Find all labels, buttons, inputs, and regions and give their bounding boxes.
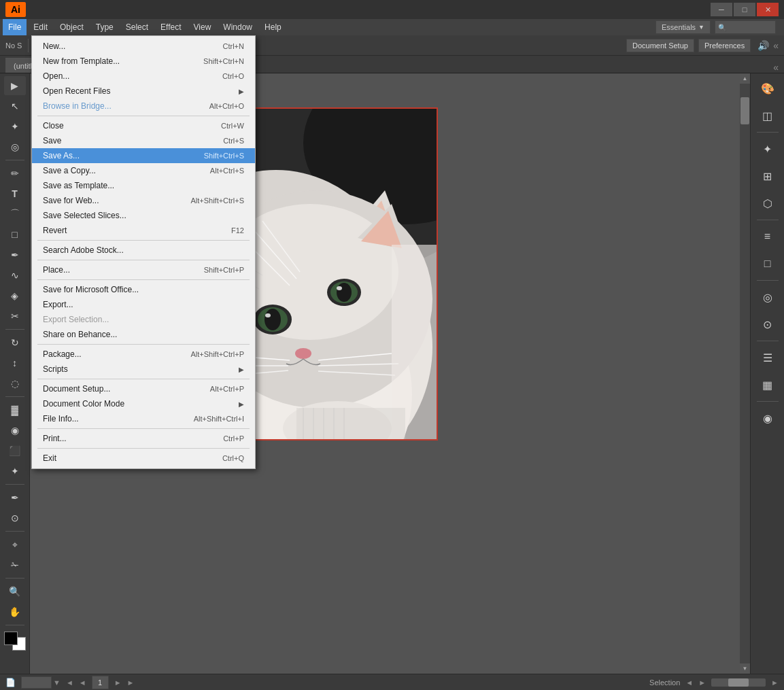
scale-tool-button[interactable]: ↕: [4, 353, 26, 373]
transform-panel-button[interactable]: □: [755, 252, 780, 276]
menu-item-package[interactable]: Package... Alt+Shift+Ctrl+P: [32, 347, 255, 362]
vertical-scrollbar[interactable]: ▲ ▼: [740, 73, 750, 674]
panel-collapse-icon[interactable]: «: [773, 62, 779, 73]
lasso-tool-button[interactable]: ◎: [4, 137, 26, 156]
search-box[interactable]: 🔍: [715, 20, 776, 34]
color-panel-button[interactable]: 🎨: [755, 76, 780, 101]
type-tool-button[interactable]: T: [4, 184, 26, 203]
layers-panel-button[interactable]: ◫: [755, 103, 780, 128]
graphic-styles-panel-button[interactable]: ⊙: [755, 312, 780, 337]
menu-object[interactable]: Object: [54, 19, 89, 35]
magic-wand-tool-button[interactable]: ✦: [4, 117, 26, 136]
menu-item-close[interactable]: Close Ctrl+W: [32, 118, 255, 133]
menu-item-save-as[interactable]: Save As... Shift+Ctrl+S: [32, 148, 255, 163]
menu-type[interactable]: Type: [90, 19, 119, 35]
menu-item-save-web[interactable]: Save for Web... Alt+Shift+Ctrl+S: [32, 193, 255, 208]
menu-item-share-behance[interactable]: Share on Behance...: [32, 327, 255, 342]
scissors-tool-button[interactable]: ✂: [4, 307, 26, 326]
eyedropper-tool-button[interactable]: ✒: [4, 488, 26, 507]
scroll-thumb[interactable]: [740, 97, 749, 124]
slice-tool-button[interactable]: ✁: [4, 555, 26, 574]
warp-tool-button[interactable]: ◌: [4, 374, 26, 393]
close-button[interactable]: ✕: [757, 3, 779, 16]
menu-item-browse-bridge[interactable]: Browse in Bridge... Alt+Ctrl+O: [32, 99, 255, 114]
appearance-panel-button[interactable]: ◎: [755, 285, 780, 309]
zoom-input[interactable]: 100%: [21, 676, 52, 689]
foreground-color-box[interactable]: [4, 632, 18, 645]
status-arrow-left[interactable]: ◄: [685, 678, 693, 687]
menu-file[interactable]: File: [3, 19, 27, 35]
panel-toggle-icon[interactable]: «: [773, 40, 779, 51]
zoom-dropdown-icon[interactable]: ▼: [53, 678, 61, 687]
brushes-panel-button[interactable]: ⊞: [755, 164, 780, 188]
align-panel-button[interactable]: ☰: [755, 345, 780, 370]
symbols-panel-button[interactable]: ✦: [755, 137, 780, 161]
essentials-dropdown[interactable]: Essentials ▼: [655, 20, 711, 34]
status-arrow-right[interactable]: ►: [698, 678, 706, 687]
menu-item-document-setup[interactable]: Document Setup... Alt+Ctrl+P: [32, 381, 255, 396]
scroll-down-button[interactable]: ▼: [740, 663, 750, 674]
mesh-tool-button[interactable]: ◉: [4, 421, 26, 440]
menu-item-place[interactable]: Place... Shift+Ctrl+P: [32, 262, 255, 277]
menu-item-save-template[interactable]: Save as Template...: [32, 178, 255, 193]
menu-item-share-behance-label: Share on Behance...: [43, 330, 117, 339]
direct-selection-tool-button[interactable]: ↖: [4, 97, 26, 116]
page-number-input[interactable]: 1: [92, 676, 109, 689]
next-page-arrow[interactable]: ►: [114, 678, 122, 687]
workspace-icon[interactable]: 🔊: [757, 40, 769, 51]
menu-item-save[interactable]: Save Ctrl+S: [32, 133, 255, 148]
hand-tool-button[interactable]: ✋: [4, 602, 26, 621]
menu-item-save-msoffice[interactable]: Save for Microsoft Office...: [32, 282, 255, 297]
menu-item-exit[interactable]: Exit Ctrl+Q: [32, 451, 255, 466]
preferences-button[interactable]: Preferences: [698, 39, 751, 52]
gradient-tool-button[interactable]: ▓: [4, 400, 26, 419]
maximize-button[interactable]: □: [734, 3, 755, 16]
live-paint-tool-button[interactable]: ✦: [4, 462, 26, 481]
paragraph-panel-button[interactable]: ≡: [755, 224, 780, 249]
eraser-tool-button[interactable]: ◈: [4, 286, 26, 305]
menu-help[interactable]: Help: [259, 19, 287, 35]
pencil-tool-button[interactable]: ∿: [4, 266, 26, 285]
pen-tool-button[interactable]: ✏: [4, 164, 26, 183]
menu-item-open[interactable]: Open... Ctrl+O: [32, 69, 255, 84]
prev-page-arrow[interactable]: ◄: [79, 678, 86, 687]
prev-page-button[interactable]: ◄: [66, 678, 73, 687]
menu-item-file-info[interactable]: File Info... Alt+Shift+Ctrl+I: [32, 411, 255, 426]
paintbrush-tool-button[interactable]: ✒: [4, 245, 26, 264]
menu-item-save-slices[interactable]: Save Selected Slices...: [32, 208, 255, 223]
menu-item-save-copy[interactable]: Save a Copy... Alt+Ctrl+S: [32, 163, 255, 178]
scroll-up-button[interactable]: ▲: [740, 73, 750, 84]
line-tool-button[interactable]: ⌒: [4, 205, 26, 224]
menu-edit[interactable]: Edit: [28, 19, 53, 35]
menu-item-new-template[interactable]: New from Template... Shift+Ctrl+N: [32, 54, 255, 69]
menu-item-new[interactable]: New... Ctrl+N: [32, 39, 255, 54]
menu-item-scripts[interactable]: Scripts ▶: [32, 362, 255, 377]
menu-select[interactable]: Select: [120, 19, 154, 35]
title-bar: Ai ─ □ ✕: [0, 0, 784, 19]
next-page-button[interactable]: ►: [127, 678, 135, 687]
collapse-panel-icon[interactable]: ►: [771, 678, 779, 687]
blend-tool-button[interactable]: ⊙: [4, 508, 26, 528]
menu-item-open-recent[interactable]: Open Recent Files ▶: [32, 84, 255, 99]
document-setup-button[interactable]: Document Setup: [626, 39, 694, 52]
menu-item-search-stock[interactable]: Search Adobe Stock...: [32, 243, 255, 258]
shape-builder-tool-button[interactable]: ⬛: [4, 441, 26, 460]
zoom-tool-button[interactable]: 🔍: [4, 582, 26, 601]
rotate-tool-button[interactable]: ↻: [4, 333, 26, 352]
selection-tool-button[interactable]: ▶: [4, 76, 26, 95]
rect-tool-button[interactable]: □: [4, 225, 26, 244]
links-panel-button[interactable]: ◉: [755, 406, 780, 430]
artboard-tool-button[interactable]: ⌖: [4, 535, 26, 554]
menu-item-color-mode[interactable]: Document Color Mode ▶: [32, 396, 255, 411]
menu-window[interactable]: Window: [218, 19, 258, 35]
menu-item-revert[interactable]: Revert F12: [32, 223, 255, 238]
minimize-button[interactable]: ─: [711, 3, 732, 16]
menu-item-print[interactable]: Print... Ctrl+P: [32, 431, 255, 446]
status-info-icon[interactable]: 📄: [5, 678, 16, 687]
menu-effect[interactable]: Effect: [155, 19, 186, 35]
menu-view[interactable]: View: [188, 19, 217, 35]
tool-sep-1: [5, 160, 24, 160]
swatches-panel-button[interactable]: ⬡: [755, 191, 780, 215]
menu-item-export[interactable]: Export...: [32, 297, 255, 312]
pathfinder-panel-button[interactable]: ▦: [755, 373, 780, 397]
